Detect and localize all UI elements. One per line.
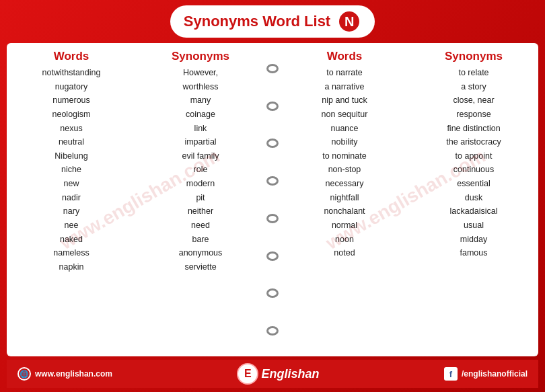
list-item: nobility [322, 135, 368, 149]
spiral-ring [266, 64, 279, 73]
list-item: dusk [446, 191, 501, 205]
list-item: the aristocracy [446, 135, 501, 149]
list-item: nonchalant [322, 204, 368, 219]
list-item: fine distinction [446, 122, 501, 136]
left-panel: Words notwithstandingnugatorynumerousneo… [7, 43, 265, 356]
list-item: naked [42, 233, 101, 247]
list-item: link [179, 122, 223, 136]
list-item: bare [179, 233, 223, 247]
list-item: necessary [322, 177, 368, 191]
spiral-ring [266, 326, 279, 336]
left-words-col: Words notwithstandingnugatorynumerousneo… [7, 47, 136, 352]
header-pill: Synonyms Word List N [170, 5, 375, 38]
list-item: a story [446, 80, 501, 94]
header: Synonyms Word List N [7, 5, 538, 38]
list-item: to nominate [322, 149, 368, 163]
website-text: www.englishan.com [35, 369, 112, 379]
list-item: serviette [179, 260, 223, 274]
list-item: lackadaisical [446, 204, 501, 219]
list-item: noted [322, 246, 368, 260]
footer: 🌐 www.englishan.com E Englishan f /engli… [7, 360, 538, 388]
list-item: worthless [179, 80, 223, 94]
list-item: midday [446, 233, 501, 247]
facebook-icon: f [444, 367, 458, 381]
left-synonyms-header: Synonyms [172, 50, 229, 63]
list-item: coinage [179, 108, 223, 122]
app-container: Synonyms Word List N www.englishan.com w… [0, 0, 545, 392]
list-item: nexus [42, 122, 101, 136]
logo-icon: E [237, 363, 258, 385]
list-item: nary [42, 204, 101, 219]
list-item: non-stop [322, 163, 368, 177]
spiral-ring [266, 288, 279, 298]
footer-logo: E Englishan [237, 363, 319, 385]
list-item: notwithstanding [42, 66, 101, 80]
list-item: napkin [42, 260, 101, 274]
list-item: neologism [42, 108, 101, 122]
footer-facebook: f /englishanofficial [444, 367, 528, 381]
list-item: niche [42, 163, 101, 177]
main-content: www.englishan.com www.englishan.com Word… [7, 43, 538, 356]
list-item: non sequitur [322, 108, 368, 122]
list-item: usual [446, 219, 501, 233]
right-synonyms-list: to relatea storyclose, nearresponsefine … [446, 66, 501, 260]
right-panel: Words to narratea narrativenip and tuckn… [280, 43, 538, 356]
list-item: essential [446, 177, 501, 191]
list-item: many [179, 93, 223, 108]
list-item: new [42, 177, 101, 191]
list-item: nuance [322, 122, 368, 136]
list-item: a narrative [322, 80, 368, 94]
list-item: nadir [42, 191, 101, 205]
list-item: Nibelung [42, 149, 101, 163]
list-item: need [179, 219, 223, 233]
list-item: neither [179, 204, 223, 219]
right-synonyms-header: Synonyms [445, 50, 503, 63]
list-item: response [446, 108, 501, 122]
list-item: role [179, 163, 223, 177]
header-title: Synonyms Word List [184, 13, 330, 30]
list-item: famous [446, 246, 501, 260]
list-item: continuous [446, 163, 501, 177]
logo-text: Englishan [261, 367, 319, 381]
left-synonyms-col: Synonyms However,worthlessmanycoinagelin… [136, 47, 265, 352]
list-item: numerous [42, 93, 101, 108]
list-item: to narrate [322, 66, 368, 80]
list-item: However, [179, 66, 223, 80]
list-item: nee [42, 219, 101, 233]
list-item: close, near [446, 93, 501, 108]
right-words-list: to narratea narrativenip and tucknon seq… [322, 66, 368, 260]
right-words-header: Words [327, 50, 363, 63]
list-item: pit [179, 191, 223, 205]
left-words-header: Words [54, 50, 89, 63]
list-item: to relate [446, 66, 501, 80]
globe-icon: 🌐 [17, 367, 31, 381]
list-item: nugatory [42, 80, 101, 94]
spiral-ring [266, 176, 279, 186]
list-item: to appoint [446, 149, 501, 163]
list-item: nameless [42, 246, 101, 260]
footer-website: 🌐 www.englishan.com [17, 367, 112, 381]
spiral-ring [266, 251, 279, 261]
list-item: normal [322, 219, 368, 233]
spiral-ring [266, 102, 279, 111]
list-item: anonymous [179, 246, 223, 260]
right-synonyms-col: Synonyms to relatea storyclose, nearresp… [409, 47, 538, 352]
spiral-ring [266, 214, 279, 223]
spiral-ring [266, 139, 279, 148]
right-words-col: Words to narratea narrativenip and tuckn… [280, 47, 409, 352]
facebook-text: /englishanofficial [462, 369, 528, 379]
list-item: noon [322, 233, 368, 247]
list-item: neutral [42, 135, 101, 149]
list-item: impartial [179, 135, 223, 149]
left-words-list: notwithstandingnugatorynumerousneologism… [42, 66, 101, 274]
list-item: nip and tuck [322, 93, 368, 108]
header-letter: N [337, 9, 361, 34]
list-item: evil family [179, 149, 223, 163]
list-item: modern [179, 177, 223, 191]
spiral-binding [265, 43, 280, 356]
left-synonyms-list: However,worthlessmanycoinagelinkimpartia… [179, 66, 223, 274]
list-item: nightfall [322, 191, 368, 205]
